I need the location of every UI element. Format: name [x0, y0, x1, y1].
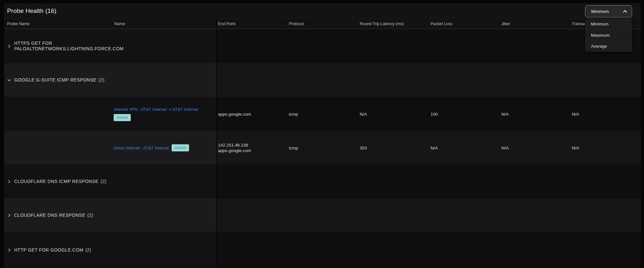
probe-group-count: (2)	[99, 77, 105, 82]
column-header-jitter: Jitter	[500, 22, 571, 26]
probe-group-row[interactable]: HTTPS GET FOR PALOALTONETWORKS.LIGHTNING…	[4, 29, 641, 63]
aggregation-dropdown-value: Minimum	[591, 9, 609, 14]
column-header-packet-loss: Packet Loss	[429, 22, 500, 26]
probe-group-count: (2)	[87, 213, 93, 218]
probe-group-row[interactable]: CLOUDFLARE DNS RESPONSE (2)	[4, 198, 641, 232]
packet-loss-cell: 100	[429, 111, 500, 117]
status-badge: Active	[172, 144, 189, 151]
round-trip-latency-cell: N/A	[358, 111, 429, 117]
chevron-up-icon	[622, 9, 628, 13]
probe-group-title: CLOUDFLARE DNS ICMP RESPONSE (2)	[14, 179, 107, 184]
table-header-row: Probe Name Name End Point Protocol Round…	[4, 18, 641, 29]
probe-row: Direct Internet : AT&T Internet Active 1…	[4, 131, 641, 165]
table-body: HTTPS GET FOR PALOALTONETWORKS.LIGHTNING…	[4, 29, 641, 268]
page-title: Probe Health (16)	[7, 7, 56, 14]
probe-group-title: GOOGLE G-SUITE ICMP RESPONSE (2)	[14, 77, 105, 83]
chevron-right-icon[interactable]	[7, 248, 11, 252]
jitter-cell: N/A	[500, 145, 571, 151]
packet-loss-cell: N/A	[429, 145, 500, 151]
probe-name-cell: Direct Internet : AT&T Internet Active	[113, 144, 217, 151]
probe-group-row[interactable]: CLOUDFLARE DNS ICMP RESPONSE (2)	[4, 165, 641, 198]
probe-group-cell: GOOGLE G-SUITE ICMP RESPONSE (2)	[4, 77, 113, 83]
column-header-protocol: Protocol	[288, 22, 358, 26]
probe-row: Internet VPN : AT&T Internet -> AT&T Int…	[4, 97, 641, 131]
probe-group-title: CLOUDFLARE DNS RESPONSE (2)	[14, 213, 93, 218]
panel-header: Probe Health (16)	[4, 3, 641, 18]
probe-group-count: (2)	[85, 247, 91, 253]
probe-group-title: HTTP GET FOR GOOGLE.COM (2)	[14, 247, 91, 253]
probe-group-title: HTTPS GET FOR PALOALTONETWORKS.LIGHTNING…	[14, 41, 111, 52]
status-badge: Active	[114, 114, 131, 121]
round-trip-latency-cell: 353	[358, 145, 429, 151]
probe-path-link[interactable]: Internet VPN : AT&T Internet -> AT&T Int…	[114, 107, 198, 112]
probe-group-cell: CLOUDFLARE DNS RESPONSE (2)	[4, 213, 113, 218]
probe-name-cell: Internet VPN : AT&T Internet -> AT&T Int…	[113, 107, 217, 121]
end-point-line: 142.251.46.238	[218, 142, 288, 148]
probe-path-link[interactable]: Direct Internet : AT&T Internet	[114, 146, 169, 150]
transaction-cell: N/A	[571, 145, 641, 151]
probe-group-cell: HTTPS GET FOR PALOALTONETWORKS.LIGHTNING…	[4, 41, 113, 52]
chevron-down-icon[interactable]	[7, 78, 11, 82]
chevron-right-icon[interactable]	[7, 213, 11, 217]
chevron-right-icon[interactable]	[7, 179, 11, 184]
probe-group-cell: HTTP GET FOR GOOGLE.COM (2)	[4, 247, 113, 253]
probe-group-cell: CLOUDFLARE DNS ICMP RESPONSE (2)	[4, 179, 113, 184]
jitter-cell: N/A	[500, 111, 571, 117]
protocol-cell: icmp	[288, 111, 358, 117]
protocol-cell: icmp	[288, 145, 358, 151]
dropdown-option-minimum[interactable]: Minimum	[585, 18, 632, 30]
transaction-cell: N/A	[571, 111, 641, 117]
aggregation-dropdown-button[interactable]: Minimum	[585, 5, 632, 17]
column-header-name: Name	[113, 22, 217, 26]
end-point-line: apps.google.com	[218, 148, 288, 153]
end-point-line: apps.google.com	[218, 111, 288, 117]
dropdown-option-maximum[interactable]: Maximum	[585, 30, 632, 41]
probe-health-panel: Probe Health (16) Probe Name Name End Po…	[4, 3, 641, 268]
column-section-divider	[216, 18, 217, 268]
column-header-end-point: End Point	[217, 22, 288, 26]
probe-group-row[interactable]: GOOGLE G-SUITE ICMP RESPONSE (2)	[4, 63, 641, 97]
end-point-cell: 142.251.46.238 apps.google.com	[217, 142, 288, 153]
column-header-round-trip-latency: Round Trip Latency (ms)	[358, 22, 429, 26]
probe-group-count: (2)	[100, 179, 107, 184]
probe-group-row[interactable]: HTTP GET FOR GOOGLE.COM (2)	[4, 232, 641, 268]
chevron-right-icon[interactable]	[7, 44, 11, 48]
aggregation-dropdown-menu: Minimum Maximum Average	[585, 18, 632, 52]
end-point-cell: apps.google.com	[217, 111, 288, 117]
column-header-probe-name: Probe Name	[4, 22, 113, 26]
dropdown-option-average[interactable]: Average	[585, 41, 632, 52]
